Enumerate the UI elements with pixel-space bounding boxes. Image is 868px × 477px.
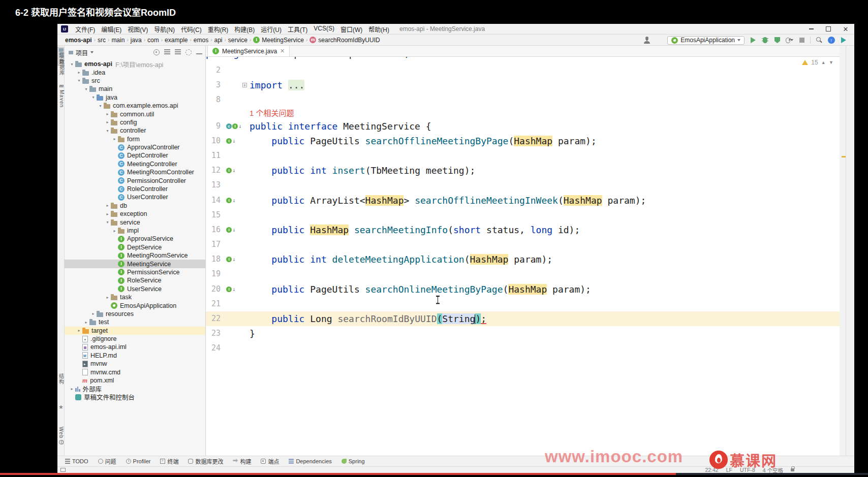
code-area[interactable]: package com.example.emos.api.service;23+… bbox=[206, 57, 840, 456]
toolbar-build-hammer-icon[interactable] bbox=[655, 37, 663, 44]
tool-window-database[interactable]: 数据库 bbox=[57, 52, 66, 76]
breadcrumb-item-java[interactable]: java bbox=[129, 37, 143, 44]
tree-item-emos-api[interactable]: ▾emos-apiF:\项目\emos-api bbox=[65, 60, 205, 68]
tree-chevron-icon[interactable]: ▾ bbox=[97, 104, 104, 108]
breadcrumb-item-emos[interactable]: emos bbox=[192, 37, 210, 44]
tool-window-button-build[interactable]: 构建 bbox=[233, 457, 251, 465]
tree-chevron-icon[interactable]: ▸ bbox=[76, 328, 82, 333]
tree-item-PermissionController[interactable]: CPermissionController bbox=[65, 176, 205, 184]
code-line-22[interactable]: 22 public Long searchRoomIdByUUID(String… bbox=[206, 311, 840, 326]
toolbar-update-available-icon[interactable]: ↑ bbox=[827, 37, 835, 44]
code-line-20[interactable]: 20I↓ public PageUtils searchOnlineMeetin… bbox=[206, 282, 840, 297]
tree-chevron-icon[interactable]: ▸ bbox=[104, 203, 111, 208]
toolbar-run-icon[interactable] bbox=[749, 37, 757, 44]
tree-chevron-icon[interactable]: ▸ bbox=[69, 387, 75, 391]
menu-item[interactable]: 代码(C) bbox=[178, 24, 205, 34]
breadcrumb-item-searchroomidbyuuid[interactable]: msearchRoomIdByUUID bbox=[308, 37, 381, 44]
tree-item-service[interactable]: ▾service bbox=[65, 218, 205, 226]
tree-item-[interactable]: ▸外部库 bbox=[65, 385, 205, 393]
tool-window-structure[interactable]: 结构 bbox=[57, 373, 65, 385]
prev-next-problem-icons[interactable]: ▲ ▼ bbox=[821, 60, 834, 65]
collapse-all-icon[interactable] bbox=[175, 49, 181, 55]
code-line-12[interactable]: 12I↓ public int insert(TbMeeting meeting… bbox=[206, 163, 840, 178]
inspections-widget[interactable]: 15 ▲ ▼ bbox=[802, 59, 834, 66]
menu-item[interactable]: 窗口(W) bbox=[337, 24, 365, 34]
menu-item[interactable]: VCS(S) bbox=[311, 24, 337, 34]
breadcrumb-item-src[interactable]: src bbox=[96, 37, 107, 44]
tool-window-button-todo[interactable]: TODO bbox=[65, 458, 88, 464]
maximize-button[interactable] bbox=[820, 24, 837, 35]
code-line-24[interactable]: 24 bbox=[206, 341, 840, 356]
tree-item-MeetingRoomController[interactable]: CMeetingRoomController bbox=[65, 168, 205, 176]
breadcrumb-item-example[interactable]: example bbox=[163, 37, 189, 44]
menu-item[interactable]: 重构(R) bbox=[205, 24, 232, 34]
tool-window-favorites[interactable]: ★ bbox=[57, 404, 65, 410]
tree-item-resources[interactable]: ▸resources bbox=[65, 310, 205, 318]
code-line-16[interactable]: 16I↓ public HashMap searchMeetingInfo(sh… bbox=[206, 222, 840, 237]
code-line-15[interactable]: 15 bbox=[206, 208, 840, 222]
tree-item-src[interactable]: ▾src bbox=[65, 77, 205, 85]
tree-chevron-icon[interactable]: ▾ bbox=[104, 129, 111, 133]
menu-item[interactable]: 视图(V) bbox=[125, 24, 151, 34]
code-line-13[interactable]: 13 bbox=[206, 178, 840, 193]
implementations-icon[interactable]: c bbox=[226, 123, 232, 129]
tree-item-mvnw.cmd[interactable]: mvnw.cmd bbox=[65, 368, 205, 376]
tree-item-emos-api.iml[interactable]: emos-api.iml bbox=[65, 343, 205, 351]
code-line-17[interactable]: 17 bbox=[206, 237, 840, 252]
tree-chevron-icon[interactable]: ▸ bbox=[104, 112, 111, 116]
tree-item-target[interactable]: ▸target bbox=[65, 327, 205, 335]
toolbar-stop-icon[interactable] bbox=[798, 37, 805, 44]
tree-item-exception[interactable]: ▸exception bbox=[65, 210, 205, 218]
code-line-21[interactable]: 21 bbox=[206, 297, 840, 311]
tool-window-button-spring[interactable]: Spring bbox=[342, 458, 365, 464]
tree-chevron-icon[interactable]: ▾ bbox=[69, 62, 75, 67]
settings-gear-icon[interactable] bbox=[185, 49, 192, 55]
tool-window-button-problems[interactable]: 问题 bbox=[98, 457, 116, 465]
related-problems-inlay[interactable]: 1 个相关问题 bbox=[206, 108, 840, 119]
tree-chevron-icon[interactable]: ▾ bbox=[104, 220, 111, 225]
tree-chevron-icon[interactable]: ▸ bbox=[104, 295, 111, 300]
breadcrumb-item-main[interactable]: main bbox=[110, 37, 126, 44]
tree-item-MeetingRoomService[interactable]: IMeetingRoomService bbox=[65, 251, 205, 260]
menu-item[interactable]: 帮助(H) bbox=[365, 24, 392, 34]
implemented-icon[interactable]: I bbox=[226, 227, 232, 233]
tree-item-PermissionService[interactable]: IPermissionService bbox=[65, 268, 205, 276]
breadcrumb-item-service[interactable]: service bbox=[227, 37, 249, 44]
tree-item-db[interactable]: ▸db bbox=[65, 202, 205, 210]
close-button[interactable]: ✕ bbox=[837, 24, 854, 35]
code-line-14[interactable]: 14I↓ public ArrayList<HashMap> searchOff… bbox=[206, 193, 840, 208]
tree-item-ApprovalController[interactable]: CApprovalController bbox=[65, 143, 205, 151]
tool-window-web[interactable]: Web bbox=[57, 427, 65, 444]
editor-tab-meetingservice[interactable]: I MeetingService.java ✕ bbox=[207, 45, 290, 56]
toolbar-profiler-icon[interactable] bbox=[786, 37, 793, 44]
run-configuration-select[interactable]: EmosApiApplication bbox=[667, 36, 745, 45]
implemented-icon[interactable]: I bbox=[226, 138, 232, 144]
code-line-2[interactable]: 2 bbox=[206, 63, 840, 78]
tree-item-DeptController[interactable]: CDeptController bbox=[65, 151, 205, 160]
code-line-9[interactable]: 9cI↓public interface MeetingService { bbox=[206, 119, 840, 134]
tree-item-test[interactable]: ▸test bbox=[65, 318, 205, 326]
implemented-icon[interactable]: I bbox=[226, 287, 232, 292]
tree-item-MeetingController[interactable]: CMeetingController bbox=[65, 160, 205, 168]
menu-item[interactable]: 文件(F) bbox=[72, 24, 98, 34]
tree-item-pom.xml[interactable]: mpom.xml bbox=[65, 376, 205, 385]
tree-item-config[interactable]: ▸config bbox=[65, 118, 205, 126]
tree-item-UserController[interactable]: CUserController bbox=[65, 193, 205, 201]
tree-item-UserService[interactable]: IUserService bbox=[65, 285, 205, 293]
toolbar-user-profile-icon[interactable] bbox=[643, 37, 650, 44]
tree-item-[interactable]: 草稿文件和控制台 bbox=[65, 393, 205, 401]
breadcrumb-item-api[interactable]: api bbox=[213, 37, 224, 44]
expand-all-icon[interactable] bbox=[164, 49, 170, 55]
tree-item-controller[interactable]: ▾controller bbox=[65, 126, 205, 135]
menu-item[interactable]: 构建(B) bbox=[231, 24, 258, 34]
hide-panel-icon[interactable] bbox=[196, 53, 202, 54]
implemented-icon[interactable]: I bbox=[226, 168, 232, 173]
toolbar-debug-icon[interactable] bbox=[761, 37, 769, 44]
menu-item[interactable]: 运行(U) bbox=[258, 24, 285, 34]
tree-chevron-icon[interactable]: ▸ bbox=[111, 137, 118, 141]
tree-item-mvnw[interactable]: mvnw bbox=[65, 360, 205, 368]
tree-chevron-icon[interactable]: ▾ bbox=[90, 95, 97, 100]
menu-item[interactable]: 编辑(E) bbox=[98, 24, 125, 34]
tool-window-maven[interactable]: m Maven bbox=[57, 82, 66, 108]
lock-icon[interactable] bbox=[791, 468, 794, 471]
